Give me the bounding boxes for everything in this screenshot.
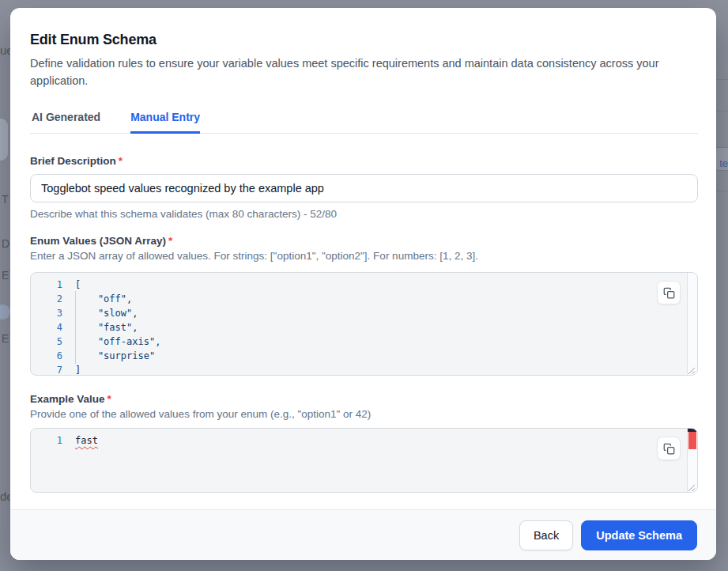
- dialog-title: Edit Enum Schema: [30, 32, 698, 48]
- bg-row-divider: [716, 79, 728, 80]
- example-value-label: Example Value*: [30, 393, 698, 405]
- required-asterisk: *: [168, 235, 172, 247]
- line-number: 7: [31, 363, 62, 376]
- label-text: Enum Values (JSON Array): [30, 235, 166, 247]
- dialog-description: Define validation rules to ensure your v…: [30, 55, 698, 89]
- bg-row-divider: [716, 147, 728, 148]
- resize-grip-icon[interactable]: [687, 365, 696, 373]
- code-text: "slow",: [75, 306, 138, 320]
- label-text: Brief Description: [30, 155, 116, 167]
- bg-row-divider: [716, 111, 728, 112]
- line-number: 2: [31, 292, 62, 306]
- line-number: 1: [31, 433, 62, 448]
- bg-text-fragment: T: [2, 193, 9, 206]
- code-text: ]: [75, 363, 81, 376]
- bg-row-divider: [716, 170, 728, 171]
- code-lines: 1fast: [31, 429, 697, 448]
- line-number: 3: [31, 306, 62, 320]
- code-line: 2 "off",: [31, 292, 697, 306]
- required-asterisk: *: [108, 393, 111, 405]
- code-line: 3 "slow",: [31, 306, 697, 320]
- brief-description-helper: Describe what this schema validates (max…: [30, 208, 698, 220]
- line-number: 5: [31, 335, 62, 349]
- enum-values-field: Enum Values (JSON Array)* Enter a JSON a…: [30, 235, 698, 376]
- code-line: 1[: [31, 278, 697, 292]
- code-text: "surprise": [75, 349, 155, 363]
- label-text: Example Value: [30, 393, 105, 405]
- resize-grip-icon[interactable]: [687, 482, 696, 490]
- dialog-footer: Back Update Schema: [10, 509, 716, 560]
- code-line: 5 "off-axis",: [31, 335, 697, 349]
- code-line: 4 "fast",: [31, 320, 697, 335]
- code-text: "off",: [75, 292, 132, 306]
- required-asterisk: *: [119, 155, 123, 167]
- code-text: fast: [75, 433, 98, 448]
- brief-description-input[interactable]: [30, 174, 698, 202]
- example-value-field: Example Value* Provide one of the allowe…: [30, 393, 698, 493]
- code-text: "off-axis",: [75, 335, 160, 349]
- line-number: 6: [31, 349, 62, 363]
- brief-description-label: Brief Description*: [30, 155, 698, 167]
- bg-row-divider: [716, 191, 728, 191]
- line-number: 1: [31, 278, 62, 292]
- code-lines: 1[2 "off",3 "slow",4 "fast",5 "off-axis"…: [31, 273, 697, 376]
- tab-ai-generated[interactable]: AI Generated: [32, 111, 100, 134]
- bg-text-fragment: D: [2, 237, 9, 250]
- code-text: [: [75, 278, 81, 292]
- example-value-editor[interactable]: 1fast: [30, 428, 698, 493]
- back-button[interactable]: Back: [519, 520, 573, 550]
- code-text: "fast",: [75, 320, 138, 335]
- tab-manual-entry[interactable]: Manual Entry: [130, 111, 200, 134]
- tab-bar: AI Generated Manual Entry: [30, 111, 698, 134]
- line-number: 4: [31, 320, 62, 335]
- enum-values-label: Enum Values (JSON Array)*: [30, 235, 698, 247]
- brief-description-field: Brief Description* Describe what this sc…: [30, 155, 698, 220]
- example-value-helper: Provide one of the allowed values from y…: [30, 408, 698, 420]
- error-marker: [688, 432, 696, 449]
- enum-values-helper: Enter a JSON array of allowed values. Fo…: [30, 250, 698, 262]
- copy-icon: [663, 443, 675, 455]
- copy-button[interactable]: [657, 437, 681, 460]
- bg-avatar-fragment: [0, 304, 10, 320]
- bg-text-fragment: E: [2, 332, 9, 345]
- copy-button[interactable]: [657, 281, 681, 304]
- update-schema-button[interactable]: Update Schema: [581, 520, 697, 550]
- copy-icon: [663, 287, 675, 299]
- edit-enum-schema-dialog: Edit Enum Schema Define validation rules…: [10, 8, 716, 560]
- code-line: 6 "surprise": [31, 349, 697, 363]
- code-line: 7]: [31, 363, 697, 376]
- bg-link-fragment: te: [719, 157, 728, 169]
- bg-text-fragment: E: [2, 269, 9, 282]
- overview-ruler: [687, 273, 697, 375]
- bg-pill-fragment: [0, 119, 8, 161]
- enum-values-editor[interactable]: 1[2 "off",3 "slow",4 "fast",5 "off-axis"…: [30, 272, 698, 376]
- code-line: 1fast: [31, 433, 697, 448]
